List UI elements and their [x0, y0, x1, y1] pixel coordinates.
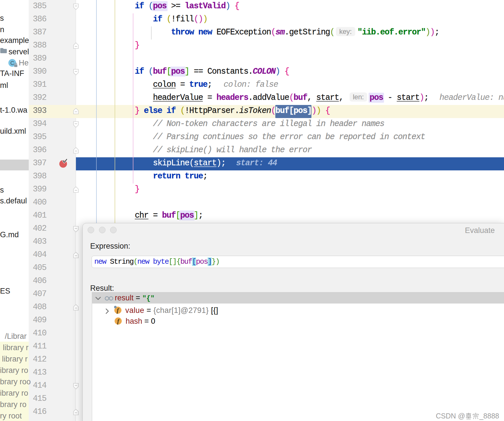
svg-text:C: C — [10, 60, 14, 66]
